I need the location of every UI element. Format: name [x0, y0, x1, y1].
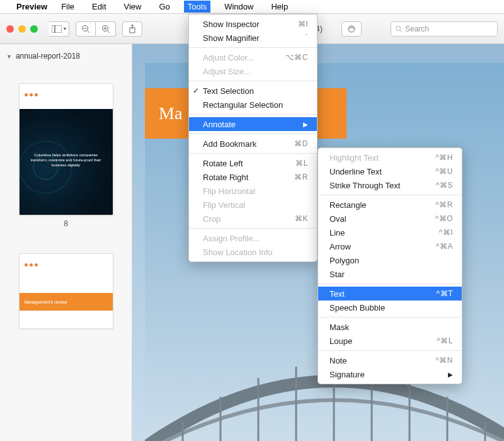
annotate-menu-label: Note: [329, 356, 346, 365]
annotate-menu-item[interactable]: Arrow^⌘A: [318, 239, 462, 253]
tools-menu-label: Rotate Right: [203, 173, 248, 182]
tools-menu-item[interactable]: Rectangular Selection: [189, 98, 317, 112]
annotate-menu-label: Signature: [329, 370, 365, 379]
svg-line-6: [107, 30, 110, 33]
tools-menu-label: Crop: [203, 214, 220, 224]
page-thumbnail[interactable]: Management's review: [19, 253, 113, 329]
annotate-menu-item[interactable]: Text^⌘T: [318, 287, 462, 301]
tools-menu-separator: [189, 228, 317, 229]
annotate-menu-item[interactable]: Loupe^⌘L: [318, 334, 462, 348]
annotate-menu-label: Polygon: [329, 256, 359, 265]
annotate-menu-label: Arrow: [329, 242, 351, 251]
tools-menu-item: Flip Horizontal: [189, 184, 317, 198]
minimize-icon[interactable]: [18, 25, 26, 33]
tools-menu-item: Crop⌘K: [189, 212, 317, 226]
annotate-menu-item[interactable]: Strike Through Text^⌘S: [318, 178, 462, 192]
zoom-in-button[interactable]: [96, 21, 116, 37]
tools-menu-item[interactable]: Rotate Left⌘L: [189, 156, 317, 170]
annotate-menu-label: Speech Bubble: [329, 303, 385, 312]
annotate-menu-item[interactable]: Line^⌘I: [318, 226, 462, 239]
keyboard-shortcut: ⌥⌘C: [285, 53, 308, 62]
annotate-menu-item[interactable]: Speech Bubble: [318, 301, 462, 314]
thumb-caption: Columbus helps ambitious companies trans…: [20, 153, 113, 168]
keyboard-shortcut: ^⌘I: [439, 228, 453, 237]
tools-menu-item[interactable]: Show Inspector⌘I: [189, 17, 317, 31]
annotate-menu-item[interactable]: Oval^⌘O: [318, 212, 462, 226]
menu-go[interactable]: Go: [155, 1, 173, 13]
macos-menubar: Preview File Edit View Go Tools Window H…: [0, 0, 504, 14]
keyboard-shortcut: ^⌘O: [435, 214, 453, 223]
tools-menu-label: Assign Profile...: [203, 234, 260, 243]
tools-menu-item[interactable]: Show Magnifier`: [189, 31, 317, 45]
menu-view[interactable]: View: [120, 1, 146, 13]
menu-file[interactable]: File: [57, 1, 78, 13]
share-button[interactable]: [122, 21, 142, 37]
svg-point-12: [396, 26, 401, 30]
tools-menu-label: Text Selection: [203, 86, 254, 96]
search-icon: [395, 25, 403, 33]
fullscreen-icon[interactable]: [30, 25, 38, 33]
annotate-menu-item[interactable]: Star: [318, 267, 462, 281]
annotate-menu-item[interactable]: Underline Text^⌘U: [318, 164, 462, 178]
tools-menu-separator: [189, 114, 317, 115]
app-name[interactable]: Preview: [16, 2, 47, 11]
svg-line-13: [400, 30, 402, 32]
tools-menu-separator: [189, 153, 317, 154]
tools-menu-item: Show Location Info: [189, 245, 317, 259]
annotate-menu-label: Rectangle: [329, 200, 367, 210]
tools-menu-label: Adjust Color...: [203, 53, 254, 62]
tools-menu-item: Assign Profile...: [189, 231, 317, 245]
tools-menu-label: Annotate: [203, 120, 236, 129]
keyboard-shortcut: ^⌘R: [435, 200, 453, 209]
keyboard-shortcut: ⌘D: [294, 139, 308, 148]
menu-window[interactable]: Window: [220, 1, 257, 13]
thumb-page-number: 8: [5, 219, 127, 228]
menu-help[interactable]: Help: [267, 1, 292, 13]
keyboard-shortcut: `: [306, 33, 309, 42]
annotate-menu-item[interactable]: Polygon: [318, 253, 462, 267]
keyboard-shortcut: ^⌘A: [436, 242, 453, 251]
annotate-submenu: Highlight Text^⌘HUnderline Text^⌘UStrike…: [318, 147, 462, 384]
annotate-menu-label: Oval: [329, 214, 346, 224]
menu-tools[interactable]: Tools: [184, 1, 210, 13]
zoom-out-button[interactable]: [76, 21, 96, 37]
svg-line-3: [88, 30, 90, 33]
tools-menu-label: Show Magnifier: [203, 33, 260, 43]
keyboard-shortcut: ^⌘L: [437, 336, 453, 345]
annotate-menu-item[interactable]: Rectangle^⌘R: [318, 198, 462, 212]
markup-button[interactable]: [341, 21, 362, 37]
annotate-menu-item[interactable]: Mask: [318, 320, 462, 334]
tools-menu-label: Show Location Info: [203, 248, 273, 257]
sidebar-mode-button[interactable]: ▾: [49, 21, 69, 37]
annotate-menu-separator: [318, 350, 462, 351]
annotate-menu-item: Highlight Text^⌘H: [318, 151, 462, 164]
search-input[interactable]: Search: [391, 21, 498, 37]
sidebar-filename[interactable]: annual-report-2018: [5, 49, 127, 64]
annotate-menu-separator: [318, 284, 462, 284]
tools-menu-item[interactable]: Add Bookmark⌘D: [189, 137, 317, 151]
close-icon[interactable]: [6, 25, 14, 33]
view-mode-group: ▾: [49, 21, 69, 37]
tools-menu-separator: [189, 81, 317, 81]
keyboard-shortcut: ^⌘H: [435, 153, 453, 162]
keyboard-shortcut: ⌘I: [298, 20, 308, 28]
svg-rect-0: [52, 25, 55, 33]
annotate-menu-item[interactable]: Signature▶: [318, 367, 462, 381]
annotate-menu-label: Highlight Text: [329, 153, 379, 163]
tools-menu-item: Adjust Size...: [189, 64, 317, 78]
submenu-arrow-icon: ▶: [448, 371, 453, 378]
tools-menu-label: Adjust Size...: [203, 67, 251, 76]
tools-menu-label: Add Bookmark: [203, 139, 256, 149]
keyboard-shortcut: ^⌘T: [437, 289, 453, 298]
tools-menu-item[interactable]: ✓Text Selection: [189, 84, 317, 98]
tools-menu-item: Flip Vertical: [189, 198, 317, 212]
page-thumbnail[interactable]: Columbus helps ambitious companies trans…: [19, 83, 113, 215]
annotate-menu-label: Strike Through Text: [329, 181, 400, 190]
tools-menu-item[interactable]: Rotate Right⌘R: [189, 170, 317, 184]
annotate-menu-item[interactable]: Note^⌘N: [318, 353, 462, 367]
tools-menu-separator: [189, 47, 317, 48]
tools-menu: Show Inspector⌘IShow Magnifier`Adjust Co…: [188, 14, 318, 262]
menu-edit[interactable]: Edit: [88, 1, 110, 13]
svg-rect-1: [55, 25, 62, 33]
tools-menu-item[interactable]: Annotate▶: [189, 117, 317, 131]
